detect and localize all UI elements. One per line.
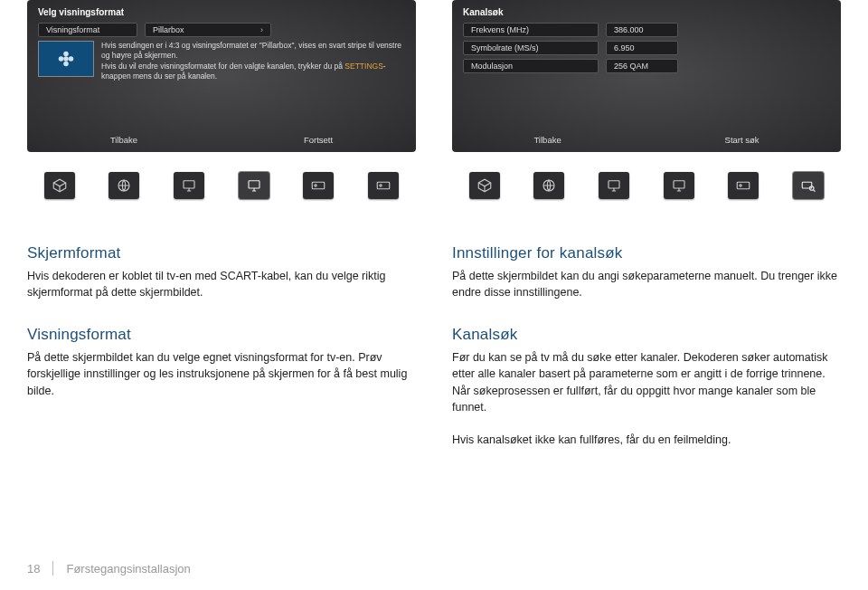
- value-symbolrate: 6.950: [606, 41, 678, 55]
- card-icon: [303, 172, 334, 199]
- section-body: Før du kan se på tv må du søke etter kan…: [452, 349, 841, 448]
- value-frekvens: 386.000: [606, 23, 678, 37]
- globe-icon: [533, 172, 564, 199]
- box-icon: [469, 172, 500, 199]
- search-icon: [793, 172, 824, 199]
- field-modulasjon[interactable]: Modulasjon: [463, 59, 599, 73]
- box-icon: [44, 172, 75, 199]
- field-value: Pillarbox: [153, 25, 184, 34]
- kanalsok-table: Frekvens (MHz) 386.000 Symbolrate (MS/s)…: [463, 23, 830, 73]
- field-label: Visningsformat: [46, 25, 99, 34]
- field-symbolrate[interactable]: Symbolrate (MS/s): [463, 41, 599, 55]
- page-footer: 18 Førstegangsinstallasjon: [27, 561, 191, 576]
- back-button[interactable]: Tilbake: [110, 135, 137, 145]
- monitor-icon: [664, 172, 694, 199]
- section-kanalsok: Kanalsøk Før du kan se på tv må du søke …: [452, 326, 841, 448]
- field-visningsformat[interactable]: Visningsformat: [38, 23, 137, 37]
- chevron-right-icon: ›: [260, 25, 263, 34]
- column-left: Skjermformat Hvis dekoderen er koblet ti…: [27, 244, 416, 448]
- section-body: På dette skjermbildet kan du angi søkepa…: [452, 268, 841, 300]
- step-icons-right: [452, 163, 841, 208]
- monitor-icon: [174, 172, 204, 199]
- preview-thumbnail: [38, 41, 94, 77]
- footer-divider: [52, 561, 53, 576]
- svg-point-11: [740, 185, 741, 186]
- panel-visningsformat: Velg visningsformat Visningsformat Pilla…: [27, 0, 416, 152]
- svg-point-6: [380, 185, 382, 186]
- page-number: 18: [27, 562, 40, 576]
- section-body: Hvis dekoderen er koblet til tv-en med S…: [27, 268, 416, 300]
- settings-highlight: SETTINGS: [344, 62, 383, 71]
- continue-button[interactable]: Fortsett: [304, 135, 333, 145]
- section-visningsformat: Visningsformat På dette skjermbildet kan…: [27, 326, 416, 398]
- svg-rect-9: [674, 181, 684, 188]
- globe-icon: [108, 172, 139, 199]
- column-right: Innstillinger for kanalsøk På dette skje…: [452, 244, 841, 448]
- panel-description: Hvis sendingen er i 4:3 og visningsforma…: [101, 41, 405, 82]
- start-search-button[interactable]: Start søk: [725, 135, 760, 145]
- svg-rect-10: [738, 182, 750, 189]
- section-body: På dette skjermbildet kan du velge egnet…: [27, 349, 416, 398]
- monitor-icon: [599, 172, 629, 199]
- svg-point-4: [315, 185, 316, 186]
- svg-rect-3: [313, 182, 326, 189]
- section-innstillinger-kanalsok: Innstillinger for kanalsøk På dette skje…: [452, 244, 841, 300]
- step-icons-left: [27, 163, 416, 208]
- panel-title: Velg visningsformat: [38, 7, 405, 17]
- panel-kanalsok: Kanalsøk Frekvens (MHz) 386.000 Symbolra…: [452, 0, 841, 152]
- section-title: Innstillinger for kanalsøk: [452, 244, 841, 262]
- svg-rect-1: [184, 181, 194, 188]
- card-icon: [368, 172, 399, 199]
- svg-rect-2: [249, 181, 259, 188]
- section-title: Skjermformat: [27, 244, 416, 262]
- card-icon: [728, 172, 759, 199]
- section-skjermformat: Skjermformat Hvis dekoderen er koblet ti…: [27, 244, 416, 300]
- panel-title: Kanalsøk: [463, 7, 830, 17]
- section-title: Kanalsøk: [452, 326, 841, 344]
- footer-section-name: Førstegangsinstallasjon: [66, 562, 190, 576]
- back-button[interactable]: Tilbake: [533, 135, 561, 145]
- field-frekvens[interactable]: Frekvens (MHz): [463, 23, 599, 37]
- svg-rect-5: [377, 182, 390, 189]
- value-modulasjon: 256 QAM: [606, 59, 678, 73]
- svg-rect-8: [609, 181, 619, 188]
- section-title: Visningsformat: [27, 326, 416, 344]
- field-pillarbox[interactable]: Pillarbox ›: [145, 23, 271, 37]
- monitor-icon: [239, 172, 269, 199]
